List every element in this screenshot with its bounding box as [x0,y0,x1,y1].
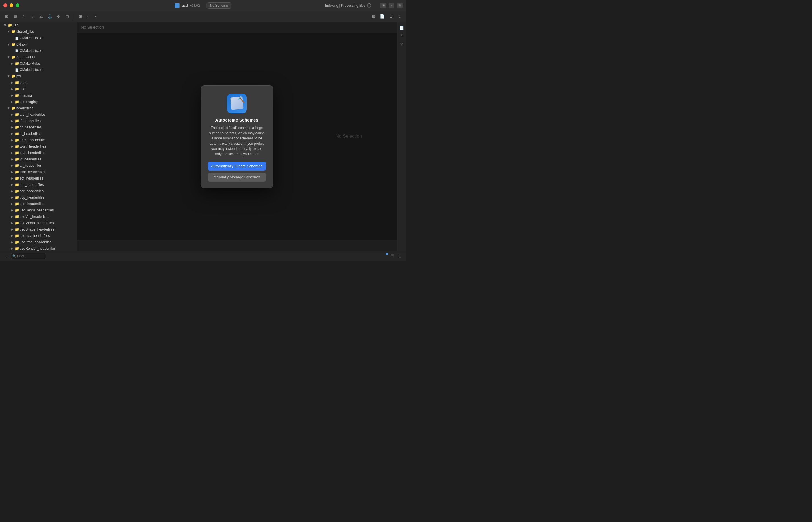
sidebar-item-tf-headerfiles[interactable]: ▶ 📁 tf_headerfiles [0,118,77,124]
sidebar-toggle-button[interactable]: ⊞ [381,3,386,8]
sidebar-item-usd-headerfiles[interactable]: ▶ 📁 usd_headerfiles [0,201,77,207]
sidebar-item-plug-headerfiles[interactable]: ▶ 📁 plug_headerfiles [0,149,77,156]
sidebar-item-label: sdf_headerfiles [20,176,43,180]
sidebar-item-usdMedia-headerfiles[interactable]: ▶ 📁 usdMedia_headerfiles [0,220,77,226]
add-tab-button[interactable]: ＋ [389,3,394,8]
anchor-button[interactable]: ⚓ [46,13,53,20]
sidebar-item-label: usdProc_headerfiles [20,240,51,244]
split-view-button[interactable]: ⊟ [397,3,403,8]
sidebar: ▶ 📁 usd ▶ 📁 shared_libs 📄 CMakeLists.txt… [0,22,77,250]
folder-icon: 📁 [15,176,19,180]
minimize-button[interactable] [9,3,13,7]
add-item-button[interactable]: ＋ [3,253,9,259]
sidebar-item-usdImaging[interactable]: ▶ 📁 usdImaging [0,99,77,105]
chevron-spacer [11,49,14,53]
manually-manage-schemes-button[interactable]: Manually Manage Schemes [208,173,266,182]
sidebar-item-pcp-headerfiles[interactable]: ▶ 📁 pcp_headerfiles [0,194,77,201]
folder-icon: 📁 [15,61,19,65]
list-view-button[interactable]: ☰ [389,253,395,259]
filter-input[interactable] [11,253,46,259]
chevron-icon: ▶ [11,215,14,218]
sidebar-item-cmake-all[interactable]: 📄 CMakeLists.txt [0,67,77,73]
maximize-button[interactable] [16,3,19,7]
history-button[interactable]: ⏱ [387,13,394,20]
sidebar-item-usdLux-headerfiles[interactable]: ▶ 📁 usdLux_headerfiles [0,233,77,239]
folder-icon: 📁 [15,138,19,142]
sidebar-item-usdRender-headerfiles[interactable]: ▶ 📁 usdRender_headerfiles [0,245,77,250]
chevron-icon: ▶ [11,228,14,231]
sidebar-item-vt-headerfiles[interactable]: ▶ 📁 vt_headerfiles [0,156,77,162]
folder-icon: 📁 [15,234,19,238]
sidebar-item-cmake-rules[interactable]: ▶ 📁 CMake Rules [0,60,77,67]
sidebar-item-sdf-headerfiles[interactable]: ▶ 📁 sdf_headerfiles [0,175,77,182]
sidebar-item-usd-root[interactable]: ▶ 📁 usd [0,22,77,28]
folder-icon: 📁 [15,221,19,225]
sidebar-item-sdr-headerfiles[interactable]: ▶ 📁 sdr_headerfiles [0,188,77,194]
chevron-spacer [11,68,14,72]
sidebar-item-cmake-python[interactable]: 📄 CMakeLists.txt [0,47,77,54]
sidebar-item-usdShade-headerfiles[interactable]: ▶ 📁 usdShade_headerfiles [0,226,77,233]
sidebar-item-ar-headerfiles[interactable]: ▶ 📁 ar_headerfiles [0,162,77,169]
sidebar-item-ndr-headerfiles[interactable]: ▶ 📁 ndr_headerfiles [0,182,77,188]
close-button[interactable] [3,3,7,7]
sidebar-item-base[interactable]: ▶ 📁 base [0,79,77,86]
folder-icon: 📁 [15,189,19,193]
inspector-file-button[interactable]: 📄 [399,24,405,31]
sidebar-item-pxr[interactable]: ▶ 📁 pxr [0,73,77,79]
chevron-icon: ▶ [7,75,11,78]
nav-grid-button[interactable]: ⊞ [77,13,84,20]
scheme-selector[interactable]: No Scheme [207,2,231,9]
sidebar-item-python[interactable]: ▶ 📁 python [0,41,77,47]
chevron-icon: ▶ [11,240,14,244]
nav-arrows: ⊞ ‹ › [77,13,99,20]
sidebar-item-label: usd [13,23,18,27]
folder-icon: 📁 [15,81,19,85]
sidebar-item-label: CMakeLists.txt [20,36,43,40]
bottom-bar-right: ☰ ⊟ [386,253,403,259]
sidebar-item-shared-libs[interactable]: ▶ 📁 shared_libs [0,28,77,35]
chevron-icon: ▶ [11,177,14,180]
sidebar-item-label: usdLux_headerfiles [20,234,50,238]
sidebar-item-usdVol-headerfiles[interactable]: ▶ 📁 usdVol_headerfiles [0,214,77,220]
chevron-icon: ▶ [11,87,14,91]
help-button[interactable]: ? [396,13,403,20]
sidebar-item-label: CMakeLists.txt [20,49,43,53]
folder-icon: 📁 [15,93,19,97]
sidebar-item-usdGeom-headerfiles[interactable]: ▶ 📁 usdGeom_headerfiles [0,207,77,214]
folder-icon: 📁 [11,55,15,59]
sidebar-item-all-build[interactable]: ▶ 📁 ALL_BUILD [0,54,77,60]
warning-button[interactable]: ⚠ [38,13,45,20]
tag-button[interactable]: ◻ [64,13,71,20]
sidebar-item-usd-sub[interactable]: ▶ 📁 usd [0,86,77,92]
sidebar-item-gf-headerfiles[interactable]: ▶ 📁 gf_headerfiles [0,124,77,130]
sidebar-item-arch-headerfiles[interactable]: ▶ 📁 arch_headerfiles [0,112,77,118]
sidebar-item-js-headerfiles[interactable]: ▶ 📁 js_headerfiles [0,130,77,137]
sidebar-item-work-headerfiles[interactable]: ▶ 📁 work_headerfiles [0,143,77,149]
nav-forward-button[interactable]: › [92,13,99,20]
sidebar-item-cmake-shared[interactable]: 📄 CMakeLists.txt [0,35,77,41]
search-button[interactable]: ⌕ [29,13,36,20]
hierarchy-view-button[interactable]: ⊟ [397,253,403,259]
sidebar-item-trace-headerfiles[interactable]: ▶ 📁 trace_headerfiles [0,137,77,143]
sidebar-item-kind-headerfiles[interactable]: ▶ 📁 kind_headerfiles [0,169,77,175]
automatically-create-schemes-button[interactable]: Automatically Create Schemes [208,162,266,170]
nav-back-button[interactable]: ‹ [84,13,92,20]
sidebar-item-headerfiles[interactable]: ▶ 📁 headerfiles [0,105,77,112]
file-inspector-button[interactable]: 📄 [379,13,386,20]
sidebar-item-label: sdr_headerfiles [20,189,43,193]
inspector-history-button[interactable]: ⏱ [399,33,405,39]
folder-icon: 📁 [15,208,19,212]
inspector-help-button[interactable]: ? [399,41,405,47]
sidebar-item-usdProc-headerfiles[interactable]: ▶ 📁 usdProc_headerfiles [0,239,77,245]
chevron-icon: ▶ [11,208,14,212]
inspector-toggle-button[interactable]: ⊟ [370,13,377,20]
folder-icon: 📁 [15,170,19,174]
hide-sidebar-button[interactable]: ⊡ [3,13,10,20]
filter-button[interactable]: △ [20,13,27,20]
sidebar-item-label: arch_headerfiles [20,113,45,117]
chevron-icon: ▶ [11,183,14,186]
library-button[interactable]: ⊞ [12,13,19,20]
sidebar-item-label: python [16,42,27,46]
sidebar-item-imaging[interactable]: ▶ 📁 imaging [0,92,77,99]
link-button[interactable]: ⊕ [55,13,62,20]
